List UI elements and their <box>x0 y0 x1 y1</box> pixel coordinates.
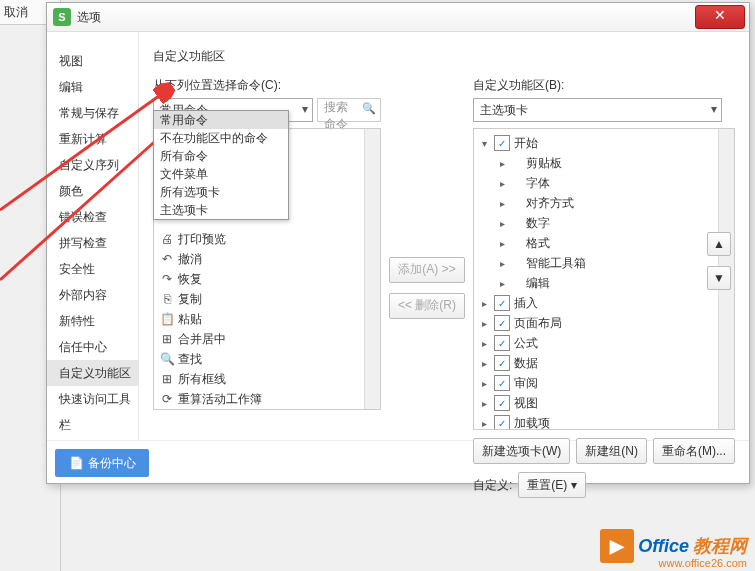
checkbox[interactable]: ✓ <box>494 335 510 351</box>
sidebar-item[interactable]: 快速访问工具栏 <box>47 386 138 412</box>
custom-label: 自定义: <box>473 477 512 494</box>
ribbon-tree[interactable]: ▾✓开始▸剪贴板▸字体▸对齐方式▸数字▸格式▸智能工具箱▸编辑▸✓插入▸✓页面布… <box>473 128 735 430</box>
tree-node[interactable]: ▸✓审阅 <box>478 373 730 393</box>
expand-icon[interactable]: ▸ <box>482 318 494 329</box>
checkbox[interactable]: ✓ <box>494 315 510 331</box>
command-item[interactable]: 🖨打印预览 <box>154 229 380 249</box>
command-icon: ⊞ <box>158 332 176 346</box>
command-item[interactable]: ↶撤消▸ <box>154 249 380 269</box>
expand-icon[interactable]: ▸ <box>482 358 494 369</box>
dropdown-option[interactable]: 主选项卡 <box>154 201 288 219</box>
tree-node[interactable]: ▸✓公式 <box>478 333 730 353</box>
titlebar: S 选项 ✕ <box>47 3 749 32</box>
dropdown-option[interactable]: 文件菜单 <box>154 165 288 183</box>
tree-node[interactable]: ▸剪贴板 <box>478 153 730 173</box>
tree-node[interactable]: ▾✓开始 <box>478 133 730 153</box>
dropdown-option[interactable]: 常用命令 <box>154 111 288 129</box>
command-icon: ↶ <box>158 252 176 266</box>
sidebar-item[interactable]: 视图 <box>47 48 138 74</box>
customize-ribbon-panel: 自定义功能区 从下列位置选择命令(C): 常用命令 搜索命令 🖨打印预览↶撤消▸… <box>139 32 749 440</box>
command-icon: ⟳ <box>158 392 176 406</box>
dialog-title: 选项 <box>77 9 695 26</box>
command-item[interactable]: ✂剪切 <box>154 409 380 410</box>
add-button[interactable]: 添加(A) >> <box>389 257 464 283</box>
remove-button[interactable]: << 删除(R) <box>389 293 465 319</box>
command-item[interactable]: 📋粘贴▸ <box>154 309 380 329</box>
sidebar-item[interactable]: 外部内容 <box>47 282 138 308</box>
search-commands-input[interactable]: 搜索命令 <box>317 98 381 122</box>
dropdown-option[interactable]: 所有选项卡 <box>154 183 288 201</box>
new-group-button[interactable]: 新建组(N) <box>576 438 647 464</box>
checkbox[interactable]: ✓ <box>494 395 510 411</box>
command-item[interactable]: ⟳重算活动工作簿 <box>154 389 380 409</box>
command-icon: 🔍 <box>158 352 176 366</box>
sidebar-item[interactable]: 重新计算 <box>47 126 138 152</box>
sidebar-item[interactable]: 颜色 <box>47 178 138 204</box>
expand-icon[interactable]: ▸ <box>500 218 512 229</box>
sidebar-item[interactable]: 错误检查 <box>47 204 138 230</box>
section-title: 自定义功能区 <box>153 48 735 65</box>
sidebar-item[interactable]: 编辑 <box>47 74 138 100</box>
checkbox[interactable]: ✓ <box>494 415 510 430</box>
expand-icon[interactable]: ▸ <box>482 378 494 389</box>
command-item[interactable]: ⊞所有框线▸ <box>154 369 380 389</box>
expand-icon[interactable]: ▸ <box>500 278 512 289</box>
tree-node[interactable]: ▸✓插入 <box>478 293 730 313</box>
sidebar-item[interactable]: 拼写检查 <box>47 230 138 256</box>
sidebar-item[interactable]: 常规与保存 <box>47 100 138 126</box>
expand-icon[interactable]: ▸ <box>482 398 494 409</box>
options-dialog: S 选项 ✕ 视图编辑常规与保存重新计算自定义序列颜色错误检查拼写检查安全性外部… <box>46 2 750 484</box>
dropdown-option[interactable]: 所有命令 <box>154 147 288 165</box>
ribbon-tabs-combo[interactable]: 主选项卡 <box>473 98 722 122</box>
new-tab-button[interactable]: 新建选项卡(W) <box>473 438 570 464</box>
reset-button[interactable]: 重置(E) ▾ <box>518 472 585 498</box>
checkbox[interactable]: ✓ <box>494 375 510 391</box>
move-down-button[interactable]: ▼ <box>707 266 731 290</box>
watermark-icon: ▶ <box>600 529 634 563</box>
move-up-button[interactable]: ▲ <box>707 232 731 256</box>
command-icon: ⊞ <box>158 372 176 386</box>
expand-icon[interactable]: ▾ <box>482 138 494 149</box>
rename-button[interactable]: 重命名(M)... <box>653 438 735 464</box>
expand-icon[interactable]: ▸ <box>500 238 512 249</box>
command-item[interactable]: 🔍查找 <box>154 349 380 369</box>
tree-node[interactable]: ▸字体 <box>478 173 730 193</box>
expand-icon[interactable]: ▸ <box>500 178 512 189</box>
sidebar-item[interactable]: 新特性 <box>47 308 138 334</box>
command-item[interactable]: ↷恢复▸ <box>154 269 380 289</box>
expand-icon[interactable]: ▸ <box>482 338 494 349</box>
choose-commands-label: 从下列位置选择命令(C): <box>153 77 381 94</box>
sidebar-item[interactable]: 安全性 <box>47 256 138 282</box>
dropdown-option[interactable]: 不在功能区中的命令 <box>154 129 288 147</box>
watermark-url: www.office26.com <box>659 557 747 569</box>
tree-node[interactable]: ▸对齐方式 <box>478 193 730 213</box>
checkbox[interactable]: ✓ <box>494 295 510 311</box>
tree-node[interactable]: ▸数字 <box>478 213 730 233</box>
checkbox[interactable]: ✓ <box>494 355 510 371</box>
tree-node[interactable]: ▸✓数据 <box>478 353 730 373</box>
backup-center-button[interactable]: 📄 备份中心 <box>55 449 149 477</box>
tree-node[interactable]: ▸✓视图 <box>478 393 730 413</box>
expand-icon[interactable]: ▸ <box>482 418 494 429</box>
sidebar-item[interactable]: 信任中心 <box>47 334 138 360</box>
command-item[interactable]: ⊞合并居中▸ <box>154 329 380 349</box>
expand-icon[interactable]: ▸ <box>500 198 512 209</box>
checkbox[interactable]: ✓ <box>494 135 510 151</box>
tree-node[interactable]: ▸智能工具箱 <box>478 253 730 273</box>
command-item[interactable]: ⎘复制 <box>154 289 380 309</box>
expand-icon[interactable]: ▸ <box>500 158 512 169</box>
app-logo-icon: S <box>53 8 71 26</box>
tree-node[interactable]: ▸✓加载项 <box>478 413 730 430</box>
sidebar-item[interactable]: 自定义功能区 <box>47 360 138 386</box>
scrollbar[interactable] <box>364 129 380 409</box>
tree-node[interactable]: ▸格式 <box>478 233 730 253</box>
command-icon: ↷ <box>158 272 176 286</box>
close-button[interactable]: ✕ <box>695 5 745 29</box>
sidebar-item[interactable]: 自定义序列 <box>47 152 138 178</box>
expand-icon[interactable]: ▸ <box>500 258 512 269</box>
expand-icon[interactable]: ▸ <box>482 298 494 309</box>
tree-node[interactable]: ▸✓页面布局 <box>478 313 730 333</box>
tree-node[interactable]: ▸编辑 <box>478 273 730 293</box>
customize-ribbon-label: 自定义功能区(B): <box>473 77 735 94</box>
command-icon: ⎘ <box>158 292 176 306</box>
